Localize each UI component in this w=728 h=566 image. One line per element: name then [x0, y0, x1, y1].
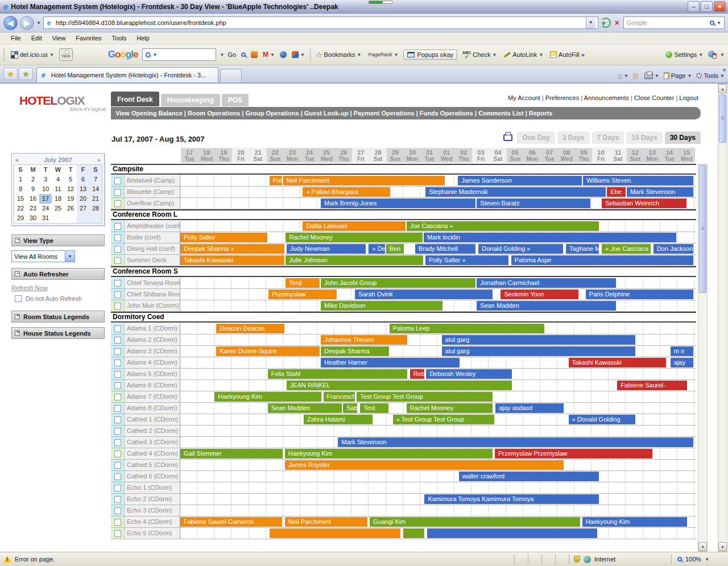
calendar-day[interactable]: 18 — [52, 194, 64, 204]
menu-tools[interactable]: Tools — [107, 35, 132, 42]
ops-menu-guest-look-up[interactable]: Guest Look-up — [304, 110, 349, 117]
room-checkbox[interactable] — [114, 189, 121, 196]
delicious-button[interactable]: del.icio.us ▼ — [9, 50, 56, 60]
sidebar-section-view-type[interactable]: View Type — [11, 234, 105, 246]
room-checkbox[interactable] — [114, 246, 121, 253]
send-to-dropdown-icon[interactable]: ▼ — [720, 52, 725, 57]
history-dropdown-icon[interactable]: ▼ — [36, 20, 41, 26]
calendar-day[interactable]: 27 — [77, 204, 89, 213]
booking-bar[interactable]: Deepak Sharma — [321, 346, 390, 356]
booking-bar[interactable]: atul garg — [442, 346, 636, 356]
room-checkbox[interactable] — [114, 496, 121, 503]
booking-bar[interactable]: Neil Parchment — [283, 176, 445, 185]
booking-bar[interactable]: JEAN RINKEL — [287, 381, 512, 390]
tag-button[interactable]: TAG — [59, 48, 73, 61]
page-scrollbar-thumb[interactable] — [719, 94, 726, 143]
address-dropdown-icon[interactable]: ▼ — [586, 17, 595, 28]
account-link-announcements[interactable]: Announcements — [584, 94, 630, 101]
refresh-now-link[interactable]: Refresh Now — [11, 284, 48, 291]
ops-menu-comments-list[interactable]: Comments List — [478, 110, 523, 117]
calendar-day[interactable]: 11 — [52, 184, 64, 194]
booking-bar[interactable]: Seokmin Yoon — [500, 290, 579, 299]
sidebar-section-house-status-legends[interactable]: House Status Legends — [11, 327, 105, 339]
url-text[interactable]: http://d5949884.d108.blueapplehost.com/u… — [56, 19, 584, 26]
booking-bar[interactable]: Haekyoung Kim — [214, 392, 322, 402]
calendar-prev-icon[interactable]: « — [15, 156, 19, 163]
gmail-dropdown-icon[interactable]: ▼ — [270, 52, 275, 57]
booking-bar[interactable]: Williams Steven — [583, 176, 694, 185]
zoom-control[interactable]: 100% ▼ — [671, 554, 728, 564]
calendar-day[interactable]: 3 — [39, 175, 52, 184]
collapse-icon[interactable] — [15, 238, 20, 243]
popup-blocker-button[interactable]: Popups okay — [403, 49, 457, 60]
calendar-day[interactable]: 8 — [14, 184, 27, 194]
booking-bar[interactable]: Francesch — [324, 392, 355, 402]
room-checkbox[interactable] — [114, 439, 121, 446]
page-menu-button[interactable]: Page▼ — [664, 72, 692, 79]
minimize-button[interactable]: – — [688, 1, 700, 12]
blogger-dropdown-icon[interactable]: ▼ — [300, 52, 305, 57]
booking-bar[interactable]: Tenji — [286, 278, 320, 288]
bookmarks-button[interactable]: ☆ Bookmarks ▼ — [314, 49, 363, 60]
calendar-day[interactable]: 17 — [39, 194, 52, 204]
grid-scroll-down-icon[interactable]: ▼ — [698, 542, 707, 551]
calendar-next-icon[interactable]: » — [97, 156, 101, 163]
ops-menu-room-operations[interactable]: Room Operations — [188, 110, 240, 117]
stop-icon[interactable]: × — [613, 18, 621, 27]
tools-menu-button[interactable]: Tools▼ — [696, 72, 725, 79]
new-tab-button[interactable] — [220, 69, 242, 82]
room-checkbox[interactable] — [114, 223, 121, 230]
ops-menu-group-operations[interactable]: Group Operations — [245, 110, 299, 117]
calendar-day[interactable]: 29 — [14, 213, 27, 223]
booking-bar[interactable]: atul garg — [442, 335, 636, 345]
print-view-icon[interactable] — [503, 134, 512, 141]
back-button[interactable]: ◀ — [3, 16, 18, 30]
calendar-day[interactable]: 9 — [27, 184, 39, 194]
booking-bar[interactable]: John Jacobi Group — [321, 278, 476, 288]
room-checkbox[interactable] — [114, 416, 121, 423]
booking-bar[interactable]: « De — [369, 244, 385, 254]
booking-bar[interactable]: « Test Group Test Group — [393, 415, 495, 424]
calendar-day[interactable]: 25 — [52, 204, 64, 213]
booking-bar[interactable]: Polly Salter — [180, 233, 268, 242]
booking-bar[interactable]: Ebe — [607, 187, 626, 197]
expand-icon[interactable] — [15, 314, 20, 319]
page-scrollbar[interactable]: ▲ ▼ — [718, 84, 727, 552]
address-field[interactable]: e http://d5949884.d108.blueapplehost.com… — [43, 16, 598, 29]
pagerank-dropdown-icon[interactable]: ▼ — [394, 52, 399, 57]
google-earth-icon[interactable] — [280, 51, 287, 58]
feeds-icon[interactable] — [633, 72, 640, 79]
calendar-day[interactable]: 26 — [64, 204, 77, 213]
calendar-day[interactable]: 15 — [14, 194, 27, 204]
calendar-day[interactable]: 2 — [27, 175, 39, 184]
booking-bar[interactable]: « Donald Golding — [569, 415, 636, 424]
booking-bar[interactable]: Sarah Ovink — [355, 290, 493, 299]
booking-bar[interactable]: Zahra Hatami — [304, 415, 374, 424]
calendar-day[interactable]: 13 — [77, 184, 89, 194]
expand-icon[interactable] — [15, 330, 20, 336]
close-button[interactable]: × — [714, 1, 726, 12]
booking-bar[interactable]: Mark Stevenson — [627, 187, 694, 197]
room-checkbox[interactable] — [114, 337, 121, 344]
menu-help[interactable]: Help — [131, 35, 155, 42]
calendar-day[interactable]: 30 — [27, 213, 39, 223]
zoom-dropdown-icon[interactable]: ▼ — [705, 557, 709, 562]
autolink-dropdown-icon[interactable]: ▼ — [539, 52, 543, 57]
view-30-days[interactable]: 30 Days — [665, 131, 701, 144]
booking-bar[interactable]: Deacon Deacon — [216, 324, 285, 333]
browser-tab-active[interactable]: e Hotel Management System (Hotelogix) - … — [36, 67, 218, 82]
booking-bar[interactable]: Paloma Aspe — [511, 255, 694, 265]
booking-bar[interactable]: Taghane M — [566, 244, 599, 254]
room-checkbox[interactable] — [114, 200, 121, 207]
menu-file[interactable]: File — [6, 35, 26, 42]
booking-bar[interactable]: Sebastian Weinrich — [602, 199, 687, 208]
room-checkbox[interactable] — [114, 451, 121, 457]
room-checkbox[interactable] — [114, 234, 121, 241]
account-link-logout[interactable]: Logout — [679, 94, 698, 101]
booking-bar[interactable]: Takashi Kawasaki — [569, 358, 667, 367]
booking-bar[interactable]: « Pallavi Bhargava — [303, 187, 390, 197]
view-7-days[interactable]: 7 Days — [592, 131, 624, 144]
toolbar-overflow-icon[interactable]: » — [581, 51, 585, 58]
print-button[interactable]: ▼ — [644, 73, 659, 79]
view-type-dropdown[interactable]: View All Rooms ▼ — [11, 250, 75, 262]
